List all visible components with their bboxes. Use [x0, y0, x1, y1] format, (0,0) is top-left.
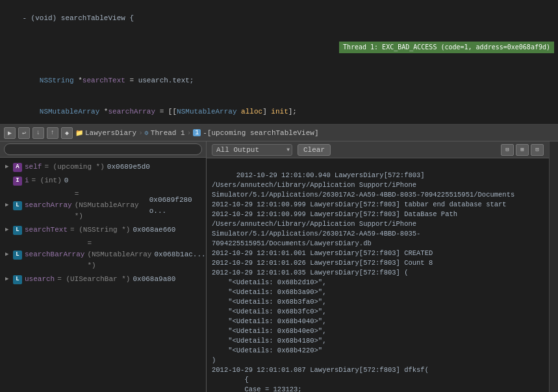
step-over-button[interactable]: ↩	[18, 127, 30, 139]
var-arrow-usearch: ▶	[5, 274, 13, 285]
var-icon-searchbararray: L	[13, 251, 22, 260]
breadcrumb-frame: 1 -[upcoming searchTableView]	[193, 129, 318, 137]
breakpoints-button[interactable]: ◆	[61, 127, 73, 139]
step-out-button[interactable]: ↑	[47, 127, 58, 139]
var-icon-self: A	[13, 163, 22, 172]
var-type-self: = (upcoming *)	[44, 162, 104, 173]
var-type-searcharray: = (NSMutableArray *)	[75, 189, 147, 222]
variable-item-searchtext[interactable]: ▶ L searchText = (NSString *) 0x068ae660	[0, 223, 206, 237]
clear-button[interactable]: Clear	[298, 144, 331, 156]
code-editor: - (void) searchTableView { NSString *sea…	[0, 0, 558, 125]
right-sidebar	[549, 141, 558, 392]
output-dropdown[interactable]: All Output Debugger Output Target Output	[212, 144, 292, 156]
var-arrow-searcharray: ▶	[5, 200, 13, 211]
var-icon-i: I	[13, 177, 22, 186]
variables-panel: ▶ A self = (upcoming *) 0x0689e5d0 I i =…	[0, 141, 207, 392]
var-type-i: = (int)	[32, 175, 62, 186]
var-type-searchbararray: = (NSMutableArray *)	[87, 238, 151, 271]
thread-icon: ⚙	[145, 129, 149, 137]
breadcrumb: 📁 LawyersDiary › ⚙ Thread 1 › 1 -[upcomi…	[75, 129, 554, 137]
var-name-self: self	[25, 162, 42, 173]
step-into-button[interactable]: ↓	[32, 127, 44, 139]
output-panel: All Output Debugger Output Target Output…	[207, 141, 549, 392]
var-value-searchtext: 0x068ae660	[133, 225, 175, 236]
variables-search-bar	[0, 141, 206, 158]
var-arrow-i	[5, 175, 13, 186]
var-value-searchbararray: 0x068b1ac...	[154, 249, 205, 260]
var-value-searcharray: 0x0689f280 o...	[149, 195, 203, 217]
output-content: 2012-10-29 12:01:00.940 LawyersDiary[572…	[207, 158, 549, 392]
code-line-1: - (void) searchTableView {	[22, 14, 134, 22]
variables-list: ▶ A self = (upcoming *) 0x0689e5d0 I i =…	[0, 158, 206, 392]
variable-item-usearch[interactable]: ▶ L usearch = (UISearchBar *) 0x068a9a80	[0, 273, 206, 286]
var-name-searchbararray: searchBarArray	[25, 249, 84, 260]
var-arrow-searchbararray: ▶	[5, 249, 13, 260]
breadcrumb-sep-1: ›	[138, 129, 143, 137]
var-name-i: i	[25, 175, 29, 186]
code-line-4: NSMutableArray *searchArray = [[NSMutabl…	[22, 108, 297, 116]
code-content: - (void) searchTableView { NSString *sea…	[0, 0, 558, 125]
code-line-blank	[22, 45, 27, 53]
var-arrow-self: ▶	[5, 162, 13, 173]
var-type-usearch: = (UISearchBar *)	[57, 274, 130, 285]
variable-item-i[interactable]: I i = (int) 0	[0, 174, 206, 188]
expand-button[interactable]: ⊞	[516, 144, 529, 156]
var-arrow-searchtext: ▶	[5, 225, 13, 236]
var-name-searcharray: searchArray	[25, 200, 72, 211]
output-dropdown-wrapper: All Output Debugger Output Target Output…	[212, 144, 292, 156]
var-name-usearch: usearch	[25, 274, 55, 285]
split-view-button[interactable]: ⊟	[501, 144, 514, 156]
breadcrumb-method-label: -[upcoming searchTableView]	[203, 129, 318, 137]
breadcrumb-sep-2: ›	[187, 129, 192, 137]
breadcrumb-thread: ⚙ Thread 1	[145, 129, 185, 137]
var-name-searchtext: searchText	[25, 225, 68, 236]
output-toolbar: All Output Debugger Output Target Output…	[207, 141, 549, 158]
breadcrumb-thread-label: Thread 1	[151, 129, 185, 137]
var-value-self: 0x0689e5d0	[107, 162, 150, 173]
variables-search-input[interactable]	[4, 143, 202, 155]
var-icon-searcharray: L	[13, 201, 22, 210]
var-value-i: 0	[64, 175, 69, 186]
variable-item-searchbararray[interactable]: ▶ L searchBarArray = (NSMutableArray *) …	[0, 237, 206, 273]
var-icon-searchtext: L	[13, 226, 22, 235]
breadcrumb-app: 📁 LawyersDiary	[75, 129, 136, 137]
folder-icon: 📁	[75, 129, 83, 137]
output-text: 2012-10-29 12:01:00.940 LawyersDiary[572…	[212, 171, 514, 392]
breadcrumb-app-label: LawyersDiary	[85, 129, 136, 137]
variable-item-searcharray[interactable]: ▶ L searchArray = (NSMutableArray *) 0x0…	[0, 188, 206, 223]
maximize-button[interactable]: ⊡	[531, 144, 544, 156]
code-line-3: NSString *searchText = usearch.text;	[22, 77, 194, 84]
var-type-searchtext: = (NSString *)	[70, 225, 130, 236]
play-button[interactable]: ▶	[4, 127, 16, 139]
output-icons: ⊟ ⊞ ⊡	[501, 144, 544, 156]
var-icon-usearch: L	[13, 275, 22, 284]
variable-item-self[interactable]: ▶ A self = (upcoming *) 0x0689e5d0	[0, 160, 206, 174]
toolbar: ▶ ↩ ↓ ↑ ◆ 📁 LawyersDiary › ⚙ Thread 1 › …	[0, 125, 558, 141]
frame-badge: 1	[193, 129, 201, 136]
bottom-panel: ▶ A self = (upcoming *) 0x0689e5d0 I i =…	[0, 141, 558, 392]
var-value-usearch: 0x068a9a80	[133, 274, 175, 285]
